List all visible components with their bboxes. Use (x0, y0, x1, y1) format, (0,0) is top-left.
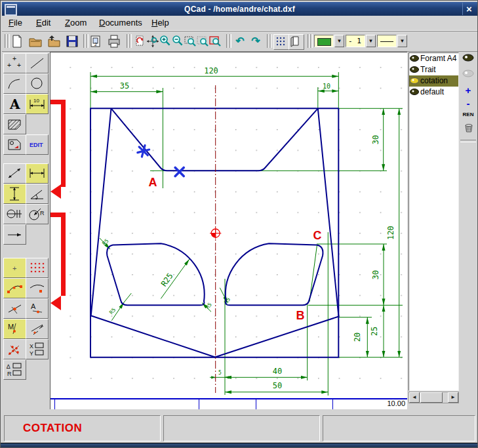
snap-middle[interactable] (3, 298, 26, 319)
dim-label: 30 (371, 135, 380, 144)
tool-dimension[interactable]: 10 (26, 94, 49, 114)
hide-all-layers-button[interactable] (461, 69, 475, 82)
window-bottom-border (1, 443, 478, 448)
coords-cartesian[interactable]: XY (26, 339, 49, 359)
grid-spacing-value: 10.00 (387, 399, 405, 407)
color-select[interactable]: ▼ (314, 35, 344, 47)
layer-browser-button[interactable] (289, 34, 304, 50)
snap-on-entity[interactable] (26, 278, 49, 298)
tool-circle[interactable] (26, 73, 49, 94)
eye-icon[interactable] (410, 66, 420, 73)
eye-icon[interactable] (410, 77, 420, 85)
dim-label: 25 (370, 327, 379, 336)
toolbar-separator (5, 34, 7, 48)
tool-dim-angular[interactable] (26, 184, 49, 204)
tool-text[interactable]: A (3, 94, 26, 114)
svg-text:Y: Y (30, 350, 33, 357)
chevron-down-icon[interactable]: ▼ (334, 35, 344, 47)
color-field[interactable] (314, 35, 334, 47)
tool-dim-horizontal[interactable] (26, 163, 49, 184)
menu-help[interactable]: Help (151, 18, 169, 28)
add-layer-button[interactable]: + (461, 85, 475, 98)
layer-row[interactable]: Foramt A4 (409, 53, 458, 64)
drawing-canvas[interactable]: 120 35 10 30 120 30 25 20 40 50 5 R25 R5… (50, 52, 407, 409)
toolbar-separator (267, 34, 269, 48)
rename-layer-button[interactable]: REN (461, 108, 475, 121)
width-field[interactable]: - 1 (346, 35, 365, 47)
delete-layer-button[interactable] (461, 121, 475, 134)
snap-endpoint[interactable] (3, 278, 26, 298)
dim-label: 10 (323, 83, 330, 90)
layer-name: default (420, 87, 444, 96)
new-file-button[interactable] (10, 34, 24, 49)
menu-file[interactable]: File (9, 18, 22, 28)
svg-text:A: A (9, 96, 20, 112)
tool-dim-vertical[interactable] (3, 184, 26, 204)
current-color-swatch (317, 38, 331, 46)
cad-drawing: 120 35 10 30 120 30 25 20 40 50 5 R25 R5… (50, 52, 407, 409)
zoom-previous-button[interactable] (208, 34, 222, 49)
eye-icon[interactable] (410, 54, 420, 62)
main-toolbar: 2 ↶ ↷ ▼ - 1 ▼ (2, 31, 477, 52)
tool-arc[interactable] (3, 73, 26, 94)
toolbar-separator (308, 34, 310, 48)
open-file-button[interactable] (28, 34, 43, 49)
coords-polar[interactable]: ∆R (3, 359, 26, 380)
layer-row-selected[interactable]: cotation (409, 75, 458, 87)
menu-edit[interactable]: Edit (36, 18, 50, 28)
chevron-down-icon[interactable]: ▼ (397, 35, 407, 47)
label-b: B (296, 309, 305, 322)
tool-points[interactable]: +++ (3, 53, 26, 73)
menu-documents[interactable]: Documents (99, 18, 142, 28)
snap-intersection[interactable] (3, 339, 26, 359)
svg-text:R: R (40, 210, 45, 216)
width-select[interactable]: - 1 ▼ (346, 35, 376, 47)
print-preview-button[interactable]: 2 (89, 34, 103, 49)
snap-free[interactable]: + (3, 258, 26, 278)
linestyle-select[interactable]: ▼ (377, 35, 407, 47)
scroll-right-icon[interactable]: ► (448, 392, 458, 403)
dim-label: 40 (273, 367, 282, 376)
tool-polyline-edit[interactable] (3, 134, 26, 155)
print-button[interactable] (107, 34, 121, 49)
status-panel-mode: COTATION (4, 415, 161, 441)
tool-hatch[interactable] (3, 114, 26, 134)
import-button[interactable] (47, 34, 61, 49)
tool-dim-diametric[interactable] (3, 204, 26, 224)
layer-list-scrollbar[interactable]: ◄ ► (408, 392, 459, 403)
tool-line[interactable] (26, 53, 49, 73)
grid-toggle-button[interactable] (273, 34, 289, 50)
trash-icon (462, 121, 474, 133)
menu-zoom[interactable]: Zoom (65, 18, 87, 28)
linestyle-field[interactable] (377, 35, 397, 47)
layer-row[interactable]: default (409, 87, 458, 98)
tool-dim-leader[interactable] (3, 224, 26, 245)
dim-label: 20 (353, 333, 362, 342)
toolbar-separator (226, 34, 229, 48)
scroll-left-icon[interactable]: ◄ (409, 392, 420, 403)
save-button[interactable] (65, 34, 79, 49)
undo-button[interactable]: ↶ (233, 34, 247, 49)
svg-text:2: 2 (94, 42, 97, 47)
scrollbar-thumb[interactable] (420, 392, 443, 403)
eye-icon[interactable] (410, 88, 420, 96)
snap-manual[interactable]: M (3, 319, 26, 339)
tool-dim-aligned[interactable] (3, 163, 26, 184)
svg-text:+: + (12, 55, 16, 62)
layer-list: Foramt A4 Trait cotation default (408, 52, 459, 391)
tool-dim-radial[interactable]: R (26, 204, 49, 224)
layer-row[interactable]: Trait (409, 64, 458, 75)
close-icon[interactable]: × (462, 3, 475, 15)
redo-button[interactable]: ↷ (249, 34, 263, 49)
snap-distance[interactable] (26, 319, 49, 339)
snap-auto[interactable]: A (26, 298, 49, 319)
edit-mode-button[interactable]: EDIT (26, 134, 49, 155)
panel-separator (460, 140, 476, 142)
svg-text:EDIT: EDIT (30, 142, 43, 148)
svg-text:X: X (30, 343, 33, 350)
title-bar[interactable]: QCad - /home/andre/chat.dxf × (2, 2, 477, 16)
snap-grid[interactable] (26, 258, 49, 278)
ruler-tick (199, 399, 199, 409)
show-all-layers-button[interactable] (461, 53, 475, 66)
chevron-down-icon[interactable]: ▼ (366, 35, 376, 47)
